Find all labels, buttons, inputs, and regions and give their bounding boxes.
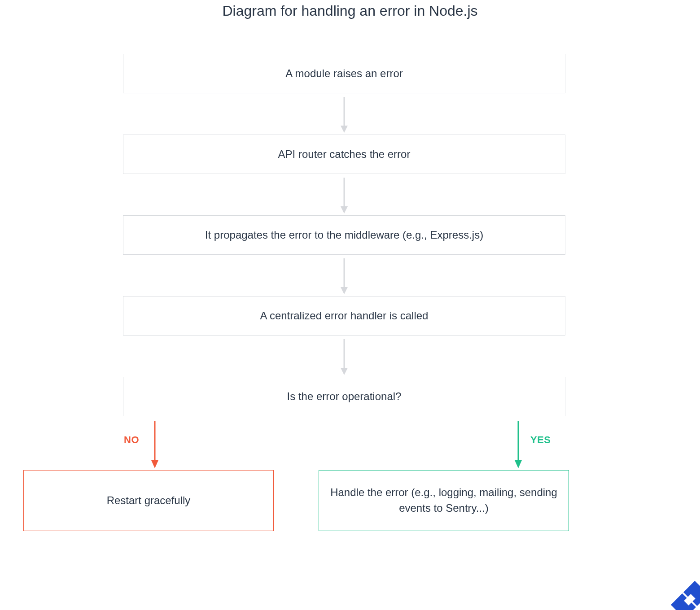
branch-label-no: NO — [124, 434, 139, 446]
watermark-logo-icon — [669, 580, 700, 610]
node-step2-text: API router catches the error — [278, 148, 411, 161]
node-step4: A centralized error handler is called — [123, 296, 565, 336]
node-decision: Is the error operational? — [123, 377, 565, 416]
node-decision-text: Is the error operational? — [287, 390, 402, 403]
arrow-step4-decision — [341, 339, 348, 375]
node-outcome-yes-text: Handle the error (e.g., logging, mailing… — [328, 485, 560, 516]
branch-label-yes: YES — [530, 434, 551, 446]
svg-marker-3 — [341, 206, 348, 214]
node-step3: It propagates the error to the middlewar… — [123, 215, 565, 255]
node-outcome-no-text: Restart gracefully — [107, 494, 191, 507]
node-step4-text: A centralized error handler is called — [260, 309, 429, 322]
node-step1-text: A module raises an error — [285, 67, 402, 80]
diagram-canvas: Diagram for handling an error in Node.js… — [0, 0, 700, 610]
svg-marker-5 — [341, 287, 348, 294]
svg-marker-9 — [151, 460, 158, 468]
arrow-step1-step2 — [341, 97, 348, 133]
node-step3-text: It propagates the error to the middlewar… — [205, 229, 483, 241]
arrow-branch-no — [151, 421, 158, 468]
arrow-step2-step3 — [341, 178, 348, 214]
arrow-step3-step4 — [341, 258, 348, 294]
diagram-title: Diagram for handling an error in Node.js — [0, 3, 700, 19]
node-outcome-no: Restart gracefully — [23, 470, 274, 531]
svg-marker-11 — [515, 460, 522, 468]
node-outcome-yes: Handle the error (e.g., logging, mailing… — [319, 470, 569, 531]
node-step2: API router catches the error — [123, 135, 565, 174]
svg-marker-7 — [341, 368, 348, 375]
arrow-branch-yes — [515, 421, 522, 468]
node-step1: A module raises an error — [123, 54, 565, 93]
svg-marker-1 — [341, 126, 348, 133]
